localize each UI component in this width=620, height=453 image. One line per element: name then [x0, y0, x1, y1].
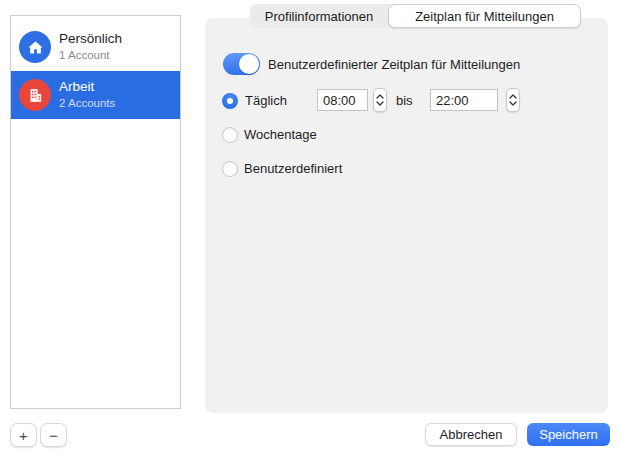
start-time-input[interactable]	[317, 89, 368, 111]
profile-account-count: 2 Accounts	[59, 96, 115, 110]
home-icon	[19, 31, 51, 63]
profile-sidebar: Persönlich 1 Account Arbeit 2 Accounts	[10, 15, 181, 409]
building-icon	[19, 79, 51, 111]
end-time-input[interactable]	[430, 89, 498, 111]
add-profile-button[interactable]: +	[10, 423, 37, 447]
save-button-label: Speichern	[539, 427, 598, 442]
custom-schedule-toggle-label: Benutzerdefinierter Zeitplan für Mitteil…	[268, 57, 520, 73]
radio-daily[interactable]	[222, 93, 238, 109]
cancel-button[interactable]: Abbrechen	[425, 423, 517, 446]
end-time-stepper[interactable]	[506, 88, 520, 112]
radio-custom[interactable]	[222, 161, 238, 177]
tab-label: Profilinformationen	[265, 9, 373, 24]
minus-icon: −	[49, 427, 58, 444]
sidebar-item-work[interactable]: Arbeit 2 Accounts	[11, 71, 180, 119]
remove-profile-button[interactable]: −	[40, 423, 67, 447]
plus-icon: +	[19, 427, 28, 444]
radio-custom-label: Benutzerdefiniert	[244, 161, 342, 177]
profile-tabs: Profilinformationen Zeitplan für Mitteil…	[250, 4, 581, 28]
sidebar-item-personal[interactable]: Persönlich 1 Account	[11, 23, 180, 71]
between-label: bis	[396, 93, 413, 108]
toggle-knob	[239, 54, 259, 74]
cancel-button-label: Abbrechen	[440, 427, 503, 442]
radio-daily-label: Täglich	[245, 93, 287, 109]
profile-name: Arbeit	[59, 79, 115, 96]
custom-schedule-toggle[interactable]	[223, 53, 260, 75]
chevron-up-icon	[376, 94, 384, 99]
tab-profile-info[interactable]: Profilinformationen	[250, 4, 388, 28]
tab-label: Zeitplan für Mitteilungen	[415, 9, 554, 24]
profile-name: Persönlich	[59, 31, 122, 48]
chevron-up-icon	[509, 94, 517, 99]
chevron-down-icon	[509, 101, 517, 106]
save-button[interactable]: Speichern	[527, 423, 610, 446]
tab-notification-schedule[interactable]: Zeitplan für Mitteilungen	[388, 4, 581, 28]
schedule-panel	[205, 18, 608, 413]
chevron-down-icon	[376, 101, 384, 106]
radio-weekdays[interactable]	[222, 127, 238, 143]
radio-weekdays-label: Wochentage	[244, 127, 317, 143]
profile-account-count: 1 Account	[59, 48, 122, 62]
start-time-stepper[interactable]	[373, 88, 387, 112]
